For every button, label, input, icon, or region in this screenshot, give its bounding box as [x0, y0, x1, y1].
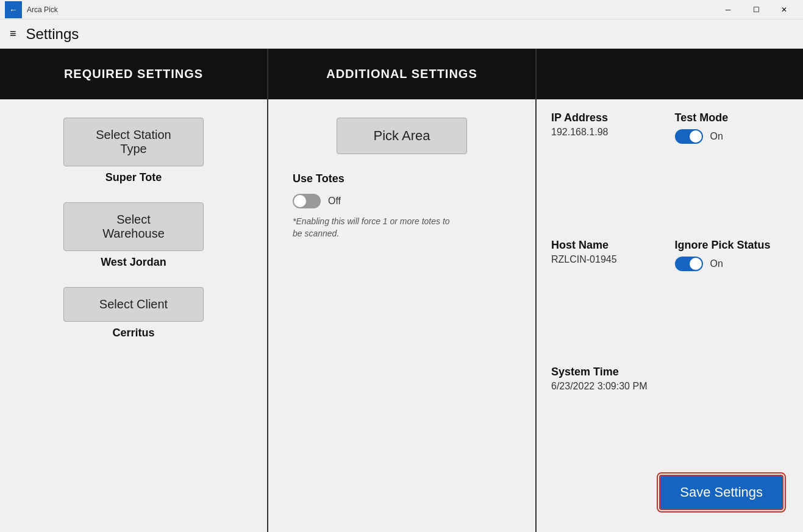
- client-value: Cerritus: [112, 327, 154, 339]
- required-settings-panel: REQUIRED SETTINGS Select Station Type Su…: [0, 49, 268, 532]
- use-totes-note: *Enabling this will force 1 or more tote…: [293, 216, 451, 239]
- additional-settings-header: ADDITIONAL SETTINGS: [268, 49, 535, 99]
- main-content: REQUIRED SETTINGS Select Station Type Su…: [0, 49, 803, 532]
- test-mode-toggle-row: On: [675, 129, 789, 144]
- additional-settings-panel: ADDITIONAL SETTINGS Pick Area Use Totes …: [268, 49, 537, 532]
- ip-address-group: IP Address 192.168.1.98: [551, 112, 665, 224]
- extra-settings-content: IP Address 192.168.1.98 Test Mode On: [546, 99, 793, 532]
- system-time-label: System Time: [551, 366, 665, 378]
- test-mode-label: Test Mode: [675, 112, 789, 124]
- use-totes-label: Use Totes: [293, 172, 511, 185]
- page-title: Settings: [26, 26, 79, 43]
- back-button[interactable]: ←: [5, 1, 22, 18]
- system-time-value: 6/23/2022 3:09:30 PM: [551, 381, 665, 392]
- save-settings-button[interactable]: Save Settings: [659, 475, 783, 510]
- back-icon: ←: [9, 5, 18, 15]
- info-grid: IP Address 192.168.1.98 Test Mode On: [551, 112, 788, 465]
- extra-settings-panel: IP Address 192.168.1.98 Test Mode On: [537, 49, 803, 532]
- host-name-value: RZLCIN-01945: [551, 254, 665, 265]
- ignore-pick-group: Ignore Pick Status On: [675, 239, 789, 352]
- system-time-group: System Time 6/23/2022 3:09:30 PM: [551, 366, 665, 465]
- menu-icon[interactable]: ≡: [10, 27, 16, 40]
- close-icon: ✕: [781, 5, 787, 14]
- save-button-wrapper: Save Settings: [551, 465, 788, 520]
- host-name-label: Host Name: [551, 239, 665, 252]
- test-mode-toggle[interactable]: [675, 129, 703, 144]
- minimize-button[interactable]: ─: [714, 0, 742, 20]
- pick-area-button[interactable]: Pick Area: [337, 118, 468, 154]
- window-controls: ─ ☐ ✕: [714, 0, 798, 20]
- use-totes-toggle[interactable]: [293, 194, 321, 208]
- ignore-pick-toggle-row: On: [675, 257, 789, 271]
- additional-settings-content: Pick Area Use Totes Off *Enabling this w…: [268, 99, 535, 258]
- use-totes-state: Off: [328, 196, 341, 207]
- test-mode-group: Test Mode On: [675, 112, 789, 224]
- warehouse-value: West Jordan: [101, 256, 166, 269]
- use-totes-toggle-row: Off: [293, 194, 511, 208]
- station-type-value: Super Tote: [105, 171, 162, 184]
- select-station-type-button[interactable]: Select Station Type: [63, 118, 204, 166]
- app-name: Arca Pick: [27, 5, 714, 14]
- ip-address-value: 192.168.1.98: [551, 127, 665, 138]
- minimize-icon: ─: [726, 5, 731, 14]
- header: ≡ Settings: [0, 20, 803, 49]
- extra-header-spacer: [537, 49, 803, 99]
- test-mode-state: On: [710, 131, 723, 142]
- select-warehouse-button[interactable]: Select Warehouse: [63, 202, 204, 251]
- ip-address-label: IP Address: [551, 112, 665, 124]
- ignore-pick-label: Ignore Pick Status: [675, 239, 789, 252]
- host-name-group: Host Name RZLCIN-01945: [551, 239, 665, 352]
- spacer: [675, 366, 789, 465]
- close-button[interactable]: ✕: [770, 0, 798, 20]
- ignore-pick-toggle[interactable]: [675, 257, 703, 271]
- title-bar: ← Arca Pick ─ ☐ ✕: [0, 0, 803, 20]
- maximize-icon: ☐: [753, 5, 760, 14]
- maximize-button[interactable]: ☐: [742, 0, 770, 20]
- required-settings-content: Select Station Type Super Tote Select Wa…: [0, 99, 267, 376]
- select-client-button[interactable]: Select Client: [63, 287, 204, 322]
- ignore-pick-state: On: [710, 258, 723, 269]
- required-settings-header: REQUIRED SETTINGS: [0, 49, 267, 99]
